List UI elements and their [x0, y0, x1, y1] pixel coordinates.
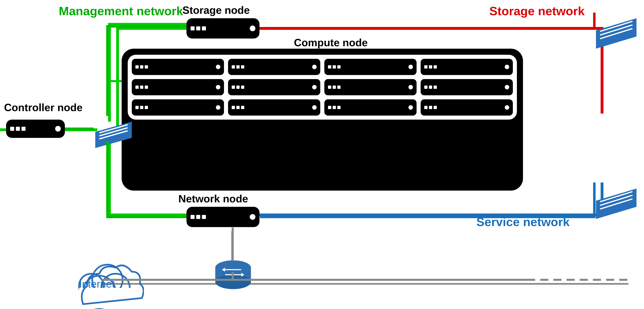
- dot2: [429, 106, 432, 109]
- storage-port: [250, 26, 256, 31]
- dot3: [434, 86, 437, 89]
- dot2: [140, 106, 143, 109]
- router-icon: [215, 260, 251, 292]
- network-dots: [190, 215, 206, 219]
- dot1: [232, 106, 235, 109]
- port: [312, 65, 317, 69]
- dot3: [202, 215, 206, 219]
- port: [312, 105, 317, 110]
- dot2: [140, 86, 143, 89]
- compute-cell-3: [324, 59, 416, 75]
- controller-dots: [10, 127, 26, 131]
- dot1: [232, 86, 235, 89]
- dot2: [236, 65, 240, 68]
- compute-cell-1: [132, 59, 224, 75]
- network-node-server: [186, 207, 260, 227]
- dots: [232, 65, 244, 68]
- dot1: [190, 215, 194, 219]
- controller-node-label: Controller node: [4, 102, 82, 114]
- storage-node-server: [186, 18, 260, 38]
- network-node-label: Network node: [178, 192, 248, 205]
- dot2: [140, 65, 143, 68]
- compute-cell-5: [132, 79, 224, 95]
- dot3: [241, 106, 244, 109]
- dot2: [16, 127, 20, 131]
- dots: [136, 106, 148, 109]
- dot3: [434, 106, 437, 109]
- management-network-label: Management network: [59, 4, 183, 18]
- port: [408, 85, 413, 90]
- port: [505, 85, 509, 90]
- dot3: [202, 26, 206, 30]
- dot3: [145, 65, 148, 68]
- dots: [328, 86, 340, 89]
- dot1: [328, 86, 331, 89]
- dot3: [145, 106, 148, 109]
- dots: [136, 86, 148, 89]
- dot2: [236, 86, 240, 89]
- compute-cell-7: [324, 79, 416, 95]
- dot1: [10, 127, 14, 131]
- port: [408, 105, 413, 110]
- internet-label: Internet: [79, 278, 115, 290]
- port: [312, 85, 317, 90]
- dot1: [328, 65, 331, 68]
- dot1: [328, 106, 331, 109]
- port: [216, 85, 220, 90]
- dots: [136, 65, 148, 68]
- compute-cell-10: [228, 99, 320, 116]
- dot2: [236, 106, 240, 109]
- dot1: [190, 26, 194, 30]
- port: [216, 105, 220, 110]
- dot1: [424, 106, 428, 109]
- compute-cell-9: [132, 99, 224, 116]
- dot2: [429, 86, 432, 89]
- compute-cell-11: [324, 99, 416, 116]
- port: [505, 65, 509, 69]
- dot1: [232, 65, 235, 68]
- dot1: [136, 86, 139, 89]
- compute-cell-6: [228, 79, 320, 95]
- port: [505, 105, 509, 110]
- management-switch-icon: [93, 116, 134, 148]
- dots: [424, 65, 437, 68]
- dot3: [337, 86, 340, 89]
- svg-rect-31: [79, 288, 136, 308]
- dots: [232, 106, 244, 109]
- compute-cell-8: [420, 79, 513, 95]
- dots: [328, 106, 340, 109]
- storage-switch-icon: [594, 12, 638, 49]
- dot2: [333, 86, 336, 89]
- dot2: [333, 106, 336, 109]
- dot3: [241, 65, 244, 68]
- controller-port: [55, 126, 61, 132]
- dots: [328, 65, 340, 68]
- storage-dots: [190, 26, 206, 30]
- dot3: [22, 127, 26, 131]
- dots: [232, 86, 244, 89]
- storage-node-label: Storage node: [182, 4, 250, 16]
- compute-node-container: [122, 49, 523, 190]
- dot2: [333, 65, 336, 68]
- dot2: [429, 65, 432, 68]
- dot1: [136, 65, 139, 68]
- service-network-label: Service network: [476, 215, 570, 229]
- diagram: Management network Storage network Servi…: [0, 0, 644, 309]
- dots: [424, 86, 437, 89]
- port: [216, 65, 220, 69]
- dot3: [241, 86, 244, 89]
- dot2: [196, 215, 200, 219]
- dot2: [196, 26, 200, 30]
- compute-cell-2: [228, 59, 320, 75]
- compute-cell-4: [420, 59, 513, 75]
- dot1: [424, 86, 428, 89]
- service-switch-icon: [594, 182, 638, 219]
- port: [408, 65, 413, 69]
- compute-inner-grid: [128, 55, 517, 120]
- dot3: [434, 65, 437, 68]
- storage-network-label: Storage network: [489, 4, 584, 18]
- network-port: [250, 214, 256, 220]
- dot3: [337, 65, 340, 68]
- dot1: [136, 106, 139, 109]
- dot3: [337, 106, 340, 109]
